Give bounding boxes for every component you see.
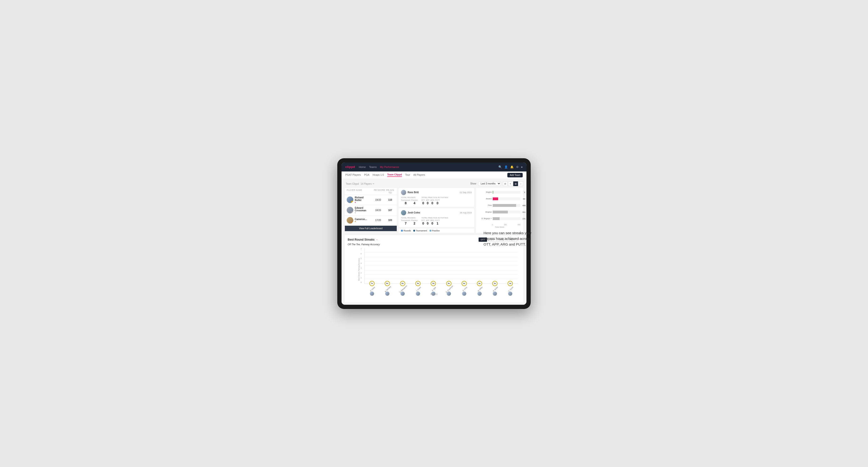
sub-nav-tour[interactable]: Tour bbox=[405, 173, 410, 177]
y-tick-4: 4 bbox=[361, 262, 362, 264]
bar-label-eagles: Eagles bbox=[479, 191, 492, 193]
player-row[interactable]: 3 Cameron... ♥ 17/20 103 bbox=[345, 216, 397, 225]
rank-badge-bronze: 3 bbox=[351, 221, 353, 224]
streaks-arrow-icon: ← bbox=[376, 238, 378, 241]
nav-home[interactable]: Home bbox=[359, 165, 366, 168]
bar-value-birdies: 96 bbox=[523, 198, 525, 200]
streak-bubble: 6x bbox=[385, 281, 390, 286]
bar-fill-pars bbox=[493, 204, 516, 207]
player-avatar: 3 bbox=[347, 217, 353, 224]
y-axis-label: Best Streak, Fairway Accuracy bbox=[358, 258, 360, 280]
two-col-layout: PLAYER NAME PB SCORE PB AVG SQ 1 bbox=[345, 188, 523, 233]
bar-label-bogeys: Bogeys bbox=[479, 211, 492, 213]
psc-stats: Total Rounds Tournament 8 Practice bbox=[401, 196, 472, 205]
player-pb-score: 18/20 bbox=[372, 209, 384, 212]
bar-value-pars: 499 bbox=[522, 204, 526, 206]
nav-my-performance[interactable]: My Performance bbox=[380, 165, 399, 168]
sub-nav-all-players[interactable]: All Players bbox=[413, 173, 425, 177]
bar-row-bogeys: Bogeys 311 bbox=[479, 211, 520, 214]
view-full-leaderboard-button[interactable]: View Full Leaderboard bbox=[345, 226, 397, 231]
stat-practice: Practice 4 bbox=[411, 199, 418, 205]
rank-badge-gold: 1 bbox=[351, 201, 353, 203]
stat-practice-2: Practice 2 bbox=[411, 219, 418, 225]
bar-track-birdies: 96 bbox=[493, 197, 520, 200]
streak-player-name: M. Miller bbox=[477, 286, 483, 292]
player-info: Cameron... ♥ bbox=[355, 218, 371, 223]
card-view-icon[interactable]: ▤ bbox=[513, 181, 518, 186]
leaderboard-panel: PLAYER NAME PB SCORE PB AVG SQ 1 bbox=[345, 188, 397, 233]
psc-header: Rees Britt 02 Sep 2023 bbox=[401, 190, 472, 195]
stat-tournament-2: Tournament 7 bbox=[401, 219, 410, 225]
psc-date: 02 Sep 2023 bbox=[460, 191, 472, 194]
nav-teams[interactable]: Teams bbox=[369, 165, 377, 168]
stat-ott: OTT 0 bbox=[422, 199, 425, 205]
player-row[interactable]: 1 Richard Butler ♥ 19/20 110 bbox=[345, 195, 397, 205]
nav-links: Home Teams My Performance bbox=[359, 165, 399, 168]
player-pb-score: 19/20 bbox=[372, 198, 384, 201]
bar-value-eagles: 3 bbox=[524, 191, 525, 193]
bar-row-eagles: Eagles 3 bbox=[479, 191, 520, 194]
stat-arg-2: ARG 0 bbox=[431, 219, 434, 225]
player-pb-score: 17/20 bbox=[372, 219, 384, 221]
bar-chart-panel: Eagles 3 Birdies bbox=[476, 188, 523, 233]
psc-player-name-2: Josh Coles bbox=[408, 211, 420, 214]
legend-rounds: Rounds bbox=[401, 229, 411, 232]
sub-nav-pgat[interactable]: PGAT Players bbox=[345, 173, 361, 177]
streak-bubble: 4x bbox=[477, 281, 482, 286]
y-tick-0: 0 bbox=[361, 282, 362, 283]
bell-icon[interactable]: 🔔 bbox=[510, 165, 514, 168]
streak-player-name: R. Britt bbox=[432, 286, 436, 291]
show-controls: Show Last 3 months ⊞ ≡ ▤ ↕ bbox=[470, 181, 523, 186]
add-team-button[interactable]: Add Team bbox=[507, 173, 523, 177]
player-avatar: 1 bbox=[347, 196, 353, 203]
player-row[interactable]: 2 Edward Crossman ♥ 18/20 107 bbox=[345, 205, 397, 216]
stat-group-practice-2: Total Practice Activities OTT 0 APP bbox=[422, 217, 448, 225]
grid-view-icon[interactable]: ⊞ bbox=[503, 181, 507, 186]
streak-players: 7xE. Ebert6xB. McHarg6xD. Billingham5xJ.… bbox=[364, 248, 518, 283]
sub-nav-team-clippd[interactable]: Team Clippd bbox=[387, 173, 402, 177]
bar-label-dbogeys: D. Bogeys + bbox=[479, 217, 492, 220]
rank-badge-silver: 2 bbox=[351, 211, 353, 214]
y-tick-6: 6 bbox=[361, 253, 362, 254]
col-header-pb-score: PB SCORE bbox=[374, 189, 385, 194]
bar-row-pars: Pars 499 bbox=[479, 204, 520, 207]
streak-bubble: 5x bbox=[431, 281, 436, 286]
streak-player-name: E. Ebert bbox=[370, 286, 375, 292]
streak-bubble: 3x bbox=[507, 281, 513, 286]
bar-fill-bogeys bbox=[493, 211, 508, 214]
view-icons: ⊞ ≡ ▤ ↕ bbox=[503, 181, 523, 186]
streak-bubble: 3x bbox=[492, 281, 497, 286]
avatar-icon[interactable]: ● bbox=[521, 165, 523, 168]
annotation-container: Here you can see streaks your players ha… bbox=[484, 230, 535, 247]
search-icon[interactable]: 🔍 bbox=[498, 165, 502, 168]
time-filter-select[interactable]: Last 3 months bbox=[478, 181, 501, 186]
team-header: Team Clippd 14 Players ✏ Show Last 3 mon… bbox=[345, 181, 523, 186]
sub-nav-hcaps[interactable]: Hcaps 1-5 bbox=[373, 173, 384, 177]
team-title: Team Clippd 14 Players bbox=[345, 182, 372, 185]
bar-chart-x-axis: 0 200 400 bbox=[478, 224, 521, 225]
x-tick-200: 200 bbox=[504, 224, 507, 225]
show-label: Show bbox=[470, 182, 476, 185]
settings-icon[interactable]: ⚙ bbox=[516, 165, 519, 168]
streaks-title: Best Round Streaks bbox=[348, 238, 375, 241]
bar-track-pars: 499 bbox=[493, 204, 520, 207]
stat-tournament: Tournament 8 bbox=[401, 199, 410, 205]
legend-practice: Practice bbox=[430, 229, 440, 232]
sub-navigation: PGAT Players PGA Hcaps 1-5 Team Clippd T… bbox=[342, 172, 526, 179]
col-header-player-name: PLAYER NAME bbox=[347, 189, 374, 194]
x-tick-0: 0 bbox=[492, 224, 493, 225]
psc-player-name: Rees Britt bbox=[408, 191, 418, 194]
bar-track-bogeys: 311 bbox=[493, 211, 520, 214]
bar-chart-x-label: Total Shots bbox=[478, 226, 521, 228]
edit-icon[interactable]: ✏ bbox=[373, 183, 375, 185]
table-view-icon[interactable]: ↕ bbox=[519, 181, 523, 186]
player-avatar: 2 bbox=[347, 207, 353, 214]
sub-nav-pga[interactable]: PGA bbox=[364, 173, 369, 177]
stat-putt-2: PUTT 1 bbox=[435, 219, 440, 225]
y-tick-3: 3 bbox=[361, 267, 362, 269]
list-view-icon[interactable]: ≡ bbox=[508, 181, 513, 186]
person-icon[interactable]: 👤 bbox=[504, 165, 508, 168]
bar-track-eagles: 3 bbox=[493, 191, 520, 194]
player-name: Richard Butler bbox=[355, 196, 371, 201]
player-stats-panel: Rees Britt 02 Sep 2023 Total Rounds Tour… bbox=[399, 188, 474, 233]
